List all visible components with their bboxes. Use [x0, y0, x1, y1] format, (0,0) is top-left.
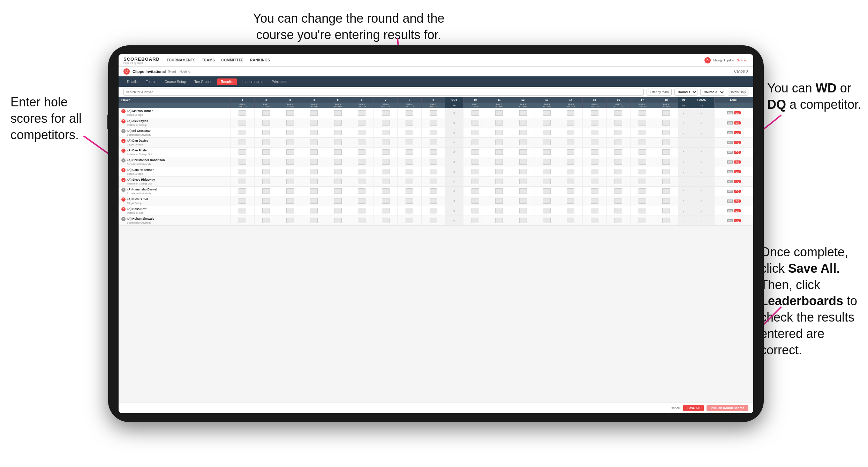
hole-15-cell[interactable]: [583, 206, 606, 216]
cancel-tournament[interactable]: Cancel X: [734, 69, 748, 73]
hole-7-input[interactable]: [382, 140, 390, 145]
hole-12-input[interactable]: [519, 188, 527, 194]
hole-6-cell[interactable]: [350, 196, 373, 206]
hole-9-input[interactable]: [430, 179, 437, 184]
hole-8-input[interactable]: [406, 218, 413, 223]
hole-6-cell[interactable]: [350, 137, 373, 147]
hole-9-cell[interactable]: [421, 196, 445, 206]
hole-10-cell[interactable]: [463, 206, 487, 216]
hole-11-input[interactable]: [495, 188, 503, 194]
hole-6-cell[interactable]: [350, 167, 373, 176]
hole-11-cell[interactable]: [487, 118, 511, 128]
hole-11-cell[interactable]: [487, 137, 511, 147]
hole-5-cell[interactable]: [326, 137, 350, 147]
hole-15-cell[interactable]: [583, 118, 606, 128]
hole-5-cell[interactable]: [326, 147, 350, 157]
hole-6-input[interactable]: [358, 140, 365, 145]
hole-14-input[interactable]: [567, 179, 574, 184]
hole-2-cell[interactable]: [254, 128, 278, 137]
hole-3-cell[interactable]: [278, 137, 302, 147]
hole-4-input[interactable]: [310, 120, 318, 126]
dq-button[interactable]: DQ: [734, 160, 741, 164]
label-cell[interactable]: WDDQ: [714, 216, 753, 225]
hole-7-cell[interactable]: [373, 167, 397, 176]
hole-10-input[interactable]: [471, 208, 479, 213]
hole-16-input[interactable]: [614, 130, 622, 135]
hole-8-cell[interactable]: [398, 137, 421, 147]
label-cell[interactable]: WDDQ: [714, 186, 753, 196]
hole-9-cell[interactable]: [421, 176, 445, 186]
hole-2-cell[interactable]: [254, 186, 278, 196]
hole-14-input[interactable]: [567, 188, 574, 194]
hole-12-input[interactable]: [519, 110, 527, 116]
hole-15-input[interactable]: [591, 169, 598, 174]
save-all-button[interactable]: Save All: [683, 405, 704, 411]
hole-11-cell[interactable]: [487, 196, 511, 206]
hole-2-cell[interactable]: [254, 147, 278, 157]
hole-10-input[interactable]: [471, 188, 479, 194]
hole-1-input[interactable]: [239, 149, 246, 155]
hole-3-cell[interactable]: [278, 196, 302, 206]
hole-13-input[interactable]: [543, 208, 551, 213]
hole-10-cell[interactable]: [463, 176, 487, 186]
hole-3-input[interactable]: [286, 188, 294, 194]
hole-2-input[interactable]: [262, 140, 270, 145]
hole-6-input[interactable]: [358, 110, 365, 116]
hole-4-input[interactable]: [310, 140, 318, 145]
label-cell[interactable]: WDDQ: [714, 167, 753, 176]
hole-11-input[interactable]: [495, 198, 503, 204]
hole-17-cell[interactable]: [630, 167, 654, 176]
hole-5-input[interactable]: [334, 110, 342, 116]
hole-13-input[interactable]: [543, 149, 551, 155]
hole-5-cell[interactable]: [326, 216, 350, 225]
hole-9-input[interactable]: [430, 159, 437, 165]
hole-13-input[interactable]: [543, 169, 551, 174]
hole-2-input[interactable]: [262, 198, 270, 204]
nav-teams[interactable]: TEAMS: [202, 58, 215, 62]
hole-6-input[interactable]: [358, 208, 365, 213]
hole-2-input[interactable]: [262, 149, 270, 155]
hole-1-cell[interactable]: [231, 137, 254, 147]
hole-16-cell[interactable]: [606, 137, 630, 147]
round-select[interactable]: Round 1: [674, 89, 697, 96]
hole-1-input[interactable]: [239, 218, 246, 223]
hole-7-input[interactable]: [382, 159, 390, 165]
hole-18-cell[interactable]: [654, 147, 678, 157]
hole-3-input[interactable]: [286, 169, 294, 174]
hole-16-cell[interactable]: [606, 128, 630, 137]
hole-1-cell[interactable]: [231, 167, 254, 176]
dq-button[interactable]: DQ: [734, 190, 741, 193]
hole-7-cell[interactable]: [373, 186, 397, 196]
hole-8-cell[interactable]: [398, 118, 421, 128]
hole-1-cell[interactable]: [231, 108, 254, 118]
hole-11-cell[interactable]: [487, 216, 511, 225]
hole-4-cell[interactable]: [302, 147, 326, 157]
hole-1-cell[interactable]: [231, 196, 254, 206]
hole-3-input[interactable]: [286, 208, 294, 213]
hole-14-cell[interactable]: [559, 186, 582, 196]
hole-14-input[interactable]: [567, 140, 574, 145]
hole-6-cell[interactable]: [350, 108, 373, 118]
hole-16-cell[interactable]: [606, 216, 630, 225]
hole-10-cell[interactable]: [463, 157, 487, 167]
hole-14-input[interactable]: [567, 149, 574, 155]
hole-16-input[interactable]: [614, 208, 622, 213]
hole-9-cell[interactable]: [421, 157, 445, 167]
hole-17-cell[interactable]: [630, 206, 654, 216]
hole-4-cell[interactable]: [302, 157, 326, 167]
hole-4-input[interactable]: [310, 179, 318, 184]
hole-9-cell[interactable]: [421, 137, 445, 147]
hole-8-cell[interactable]: [398, 206, 421, 216]
hole-14-input[interactable]: [567, 208, 574, 213]
hole-7-cell[interactable]: [373, 196, 397, 206]
hole-1-input[interactable]: [239, 140, 246, 145]
hole-17-input[interactable]: [639, 179, 646, 184]
hole-7-input[interactable]: [382, 198, 390, 204]
hole-6-cell[interactable]: [350, 206, 373, 216]
hole-3-input[interactable]: [286, 179, 294, 184]
hole-4-input[interactable]: [310, 130, 318, 135]
hole-5-cell[interactable]: [326, 196, 350, 206]
hole-1-input[interactable]: [239, 159, 246, 165]
hole-11-input[interactable]: [495, 159, 503, 165]
hole-11-cell[interactable]: [487, 167, 511, 176]
